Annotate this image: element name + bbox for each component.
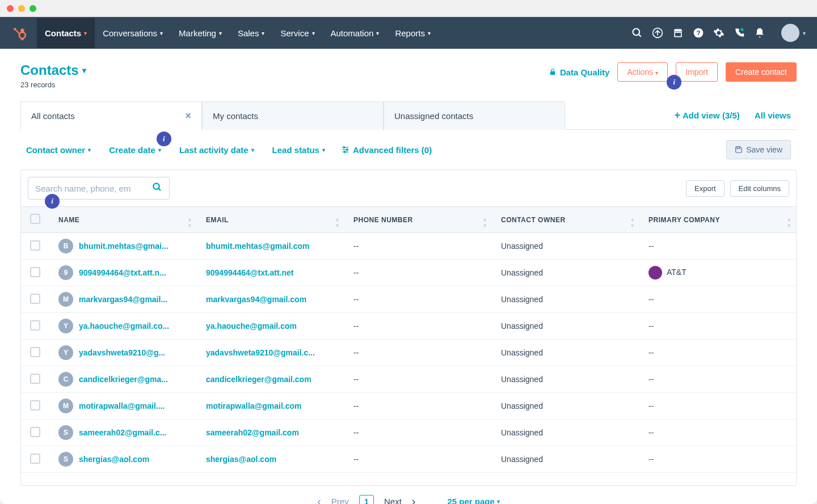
column-email[interactable]: EMAIL▴▾	[197, 207, 344, 233]
info-tooltip-icon[interactable]: i	[157, 132, 171, 146]
row-checkbox[interactable]	[30, 240, 40, 251]
row-checkbox[interactable]	[30, 294, 40, 304]
select-all-header	[21, 207, 49, 233]
chevron-down-icon: ▾	[82, 66, 86, 75]
nav-automation[interactable]: Automation▾	[323, 18, 388, 48]
column-phone-number[interactable]: PHONE NUMBER▴▾	[344, 207, 492, 233]
account-menu[interactable]: ▾	[776, 24, 806, 42]
nav-service[interactable]: Service▾	[272, 18, 322, 48]
company-link[interactable]: AT&T	[667, 268, 687, 277]
settings-icon[interactable]	[709, 23, 729, 43]
svg-point-18	[343, 147, 345, 149]
info-tooltip-icon[interactable]: i	[45, 194, 60, 209]
minimize-window-icon[interactable]	[18, 5, 25, 12]
prev-page-chevron[interactable]: ‹	[317, 495, 321, 505]
help-icon[interactable]: ?	[688, 23, 709, 43]
tab-unassigned-contacts[interactable]: Unassigned contacts	[384, 101, 565, 130]
marketplace-icon[interactable]	[668, 23, 688, 43]
nav-conversations[interactable]: Conversations▾	[95, 18, 171, 48]
contact-email-link[interactable]: bhumit.mehtas@gmail.com	[197, 233, 344, 260]
all-views-link[interactable]: All views	[755, 111, 791, 120]
tab-my-contacts[interactable]: My contacts	[202, 101, 384, 130]
company-cell: --	[639, 420, 796, 446]
nav-sales[interactable]: Sales▾	[230, 18, 273, 48]
contact-name-link[interactable]: Bbhumit.mehtas@gmai...	[58, 239, 188, 253]
contact-email-link[interactable]: 9094994464@txt.att.net	[197, 260, 344, 286]
contact-name-link[interactable]: Ssameerah02@gmail.c...	[58, 425, 188, 440]
owner-cell: Unassigned	[492, 446, 639, 473]
search-input[interactable]	[35, 184, 146, 193]
contact-email-link[interactable]: ya.haouche@gmail.com	[197, 313, 344, 340]
actions-button[interactable]: Actions ▾	[617, 62, 668, 82]
contact-email-link[interactable]: sameerah02@gmail.com	[197, 420, 344, 446]
search-icon[interactable]	[627, 23, 647, 43]
phone-icon[interactable]	[729, 23, 749, 43]
contact-name-link[interactable]: Mmarkvargas94@gmail...	[58, 292, 188, 307]
advanced-filters[interactable]: Advanced filters (0)	[341, 145, 432, 155]
row-checkbox[interactable]	[30, 400, 40, 410]
row-checkbox[interactable]	[30, 454, 40, 464]
data-quality-link[interactable]: Data Quality	[549, 67, 610, 77]
contact-email-link[interactable]: motirapwalla@gmail.com	[197, 393, 344, 420]
upgrade-icon[interactable]	[647, 23, 668, 43]
next-page[interactable]: Next	[384, 497, 402, 505]
row-checkbox[interactable]	[30, 347, 40, 357]
contact-email-link[interactable]: shergias@aol.com	[197, 446, 344, 473]
chevron-down-icon: ▾	[312, 30, 315, 36]
svg-point-20	[344, 151, 346, 153]
phone-cell: --	[344, 233, 492, 260]
prev-page[interactable]: Prev	[331, 497, 349, 505]
contact-name-link[interactable]: Mmotirapwalla@gmail....	[58, 399, 188, 413]
contact-email-link[interactable]: markvargas94@gmail.com	[197, 286, 344, 313]
add-view-button[interactable]: + Add view (3/5)	[674, 109, 739, 121]
contact-name-link[interactable]: Sshergias@aol.com	[58, 452, 188, 467]
import-button[interactable]: Import	[676, 62, 718, 82]
contact-name-link[interactable]: Yya.haouche@gmail.co...	[58, 319, 188, 333]
tab-all-contacts[interactable]: All contacts×	[20, 101, 202, 130]
search-icon[interactable]	[152, 182, 162, 194]
nav-contacts[interactable]: Contacts▾	[37, 18, 95, 48]
svg-point-19	[346, 149, 348, 151]
save-view-button[interactable]: Save view	[726, 140, 791, 159]
filter-contact-owner[interactable]: Contact owner ▾	[26, 145, 91, 155]
row-checkbox[interactable]	[30, 374, 40, 384]
avatar-icon	[781, 24, 799, 42]
column-contact-owner[interactable]: CONTACT OWNER▴▾	[492, 207, 639, 233]
per-page-selector[interactable]: 25 per page ▾	[448, 497, 500, 505]
maximize-window-icon[interactable]	[30, 5, 36, 12]
company-cell: --	[639, 313, 796, 340]
contact-name-link[interactable]: Yyadavshweta9210@g...	[58, 345, 188, 360]
create-contact-button[interactable]: Create contact	[726, 62, 797, 82]
next-page-chevron[interactable]: ›	[412, 495, 416, 505]
row-checkbox[interactable]	[30, 320, 40, 331]
hubspot-logo-icon[interactable]	[11, 24, 28, 41]
owner-cell: Unassigned	[492, 366, 639, 393]
column-primary-company[interactable]: PRIMARY COMPANY▴▾	[639, 207, 796, 233]
page-title[interactable]: Contacts▾	[20, 62, 86, 78]
filter-create-date[interactable]: Create date ▾	[109, 145, 161, 155]
table-row: Bbhumit.mehtas@gmai...bhumit.mehtas@gmai…	[21, 233, 796, 260]
row-checkbox[interactable]	[30, 267, 40, 277]
contact-avatar-icon: 9	[58, 265, 73, 280]
column-name[interactable]: NAME▴▾	[49, 207, 197, 233]
svg-line-3	[15, 30, 20, 35]
filter-last-activity-date[interactable]: Last activity date ▾	[179, 145, 254, 155]
close-window-icon[interactable]	[7, 5, 14, 12]
nav-marketing[interactable]: Marketing▾	[171, 18, 230, 48]
filter-lead-status[interactable]: Lead status ▾	[272, 145, 325, 155]
export-button[interactable]: Export	[686, 180, 725, 197]
contact-name-link[interactable]: Ccandicelkrieger@gma...	[58, 372, 188, 387]
nav-reports[interactable]: Reports▾	[387, 18, 439, 48]
info-tooltip-icon[interactable]: i	[667, 75, 681, 90]
select-all-checkbox[interactable]	[30, 214, 40, 224]
close-icon[interactable]: ×	[185, 110, 191, 122]
sort-icon: ▴▾	[631, 216, 634, 228]
row-checkbox[interactable]	[30, 427, 40, 437]
table-row: Ssameerah02@gmail.c...sameerah02@gmail.c…	[21, 420, 796, 446]
notifications-icon[interactable]	[749, 23, 770, 43]
phone-cell: --	[344, 286, 492, 313]
contact-email-link[interactable]: yadavshweta9210@gmail.c...	[197, 340, 344, 366]
contact-name-link[interactable]: 99094994464@txt.att.n...	[58, 265, 188, 280]
edit-columns-button[interactable]: Edit columns	[730, 180, 789, 197]
contact-email-link[interactable]: candicelkrieger@gmail.com	[197, 366, 344, 393]
